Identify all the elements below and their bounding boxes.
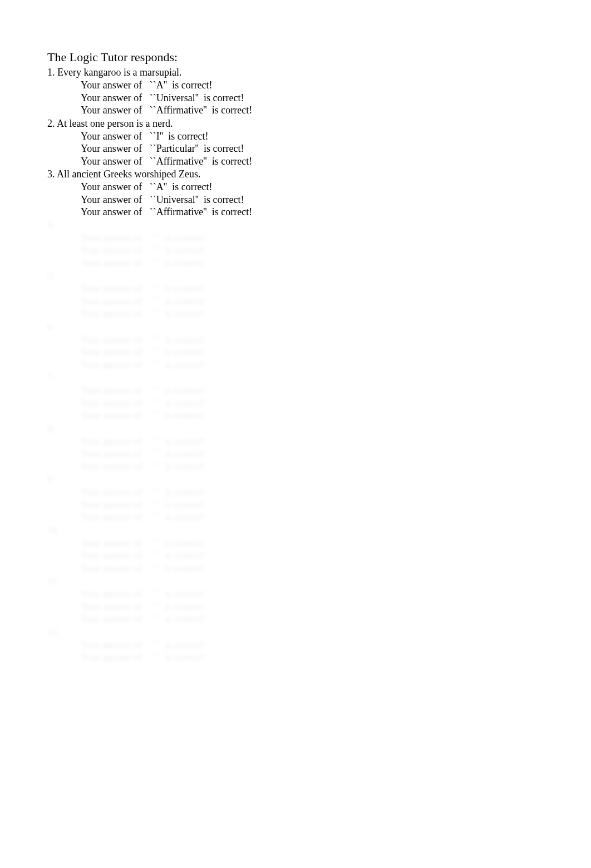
item-statement: 1. Every kangaroo is a marsupial. [47,67,544,78]
answer-feedback-line: Your answer of ``'' is correct! [47,588,544,601]
item-statement: 10. [47,525,544,537]
item-statement: 8. [47,423,544,435]
item-statement: 3. All ancient Greeks worshiped Zeus. [47,168,544,180]
answer-feedback-line: Your answer of ``'' is correct! [47,651,544,664]
answer-feedback-line: Your answer of ``'' is correct! [47,486,544,499]
answer-feedback-line: Your answer of ``Universal'' is correct! [47,92,544,105]
answer-feedback-line: Your answer of ``'' is correct! [47,499,544,512]
answer-feedback-line: Your answer of ``A'' is correct! [47,79,544,92]
response-header: The Logic Tutor responds: [47,50,544,65]
quiz-item: 4. Your answer of ``'' is correct!Your a… [47,220,544,270]
quiz-item: 10. Your answer of ``'' is correct!Your … [47,525,544,575]
answer-feedback-line: Your answer of ``'' is correct! [47,346,544,359]
quiz-item: 8. Your answer of ``'' is correct!Your a… [47,423,544,473]
quiz-item: 9. Your answer of ``'' is correct!Your a… [47,474,544,524]
answer-feedback-line: Your answer of ``'' is correct! [47,359,544,371]
item-statement: 7. [47,372,544,384]
item-statement: 4. [47,220,544,231]
answer-feedback-line: Your answer of ``'' is correct! [47,639,544,652]
answer-feedback-line: Your answer of ``'' is correct! [47,448,544,460]
quiz-item: 1. Every kangaroo is a marsupial.Your an… [47,67,544,117]
quiz-item: 2. At least one person is a nerd.Your an… [47,118,544,168]
page-container: The Logic Tutor responds: 1. Every kanga… [0,0,591,715]
answer-feedback-line: Your answer of ``'' is correct! [47,244,544,257]
answer-feedback-line: Your answer of ``Affirmative'' is correc… [47,104,544,117]
answer-feedback-line: Your answer of ``'' is correct! [47,334,544,346]
answer-feedback-line: Your answer of ``'' is correct! [47,601,544,613]
answer-feedback-line: Your answer of ``'' is correct! [47,511,544,524]
answer-feedback-line: Your answer of ``'' is correct! [47,435,544,448]
answer-feedback-line: Your answer of ``'' is correct! [47,549,544,562]
answer-feedback-line: Your answer of ``'' is correct! [47,613,544,626]
quiz-item: 5. Your answer of ``'' is correct!Your a… [47,270,544,320]
answer-feedback-line: Your answer of ``Particular'' is correct… [47,142,544,155]
answer-feedback-line: Your answer of ``'' is correct! [47,257,544,270]
answer-feedback-line: Your answer of ``'' is correct! [47,409,544,422]
answer-feedback-line: Your answer of ``Affirmative'' is correc… [47,155,544,168]
item-statement: 5. [47,270,544,282]
quiz-item: 7. Your answer of ``'' is correct!Your a… [47,372,544,422]
answer-feedback-line: Your answer of ``'' is correct! [47,562,544,575]
answer-feedback-line: Your answer of ``'' is correct! [47,537,544,550]
items-list: 1. Every kangaroo is a marsupial.Your an… [47,67,544,664]
answer-feedback-line: Your answer of ``'' is correct! [47,460,544,473]
item-statement: 6. [47,321,544,333]
quiz-item: 12. Your answer of ``'' is correct!Your … [47,627,544,664]
answer-feedback-line: Your answer of ``'' is correct! [47,307,544,320]
answer-feedback-line: Your answer of ``Affirmative'' is correc… [47,206,544,219]
quiz-item: 11. Your answer of ``'' is correct!Your … [47,576,544,626]
quiz-item: 6. Your answer of ``'' is correct!Your a… [47,321,544,371]
answer-feedback-line: Your answer of ``I'' is correct! [47,130,544,143]
answer-feedback-line: Your answer of ``A'' is correct! [47,181,544,194]
answer-feedback-line: Your answer of ``'' is correct! [47,384,544,397]
answer-feedback-line: Your answer of ``'' is correct! [47,295,544,308]
answer-feedback-line: Your answer of ``Universal'' is correct! [47,194,544,206]
item-statement: 11. [47,576,544,587]
item-statement: 2. At least one person is a nerd. [47,118,544,130]
item-statement: 9. [47,474,544,485]
quiz-item: 3. All ancient Greeks worshiped Zeus.You… [47,168,544,219]
answer-feedback-line: Your answer of ``'' is correct! [47,232,544,245]
answer-feedback-line: Your answer of ``'' is correct! [47,397,544,410]
item-statement: 12. [47,627,544,638]
answer-feedback-line: Your answer of ``'' is correct! [47,282,544,295]
